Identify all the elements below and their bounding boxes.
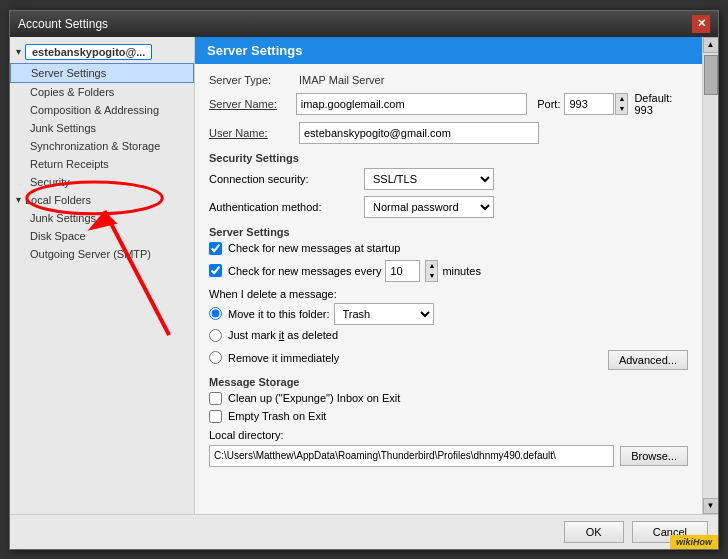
user-name-label: User Name:	[209, 127, 299, 139]
account-triangle: ▾	[16, 46, 21, 57]
window-title: Account Settings	[18, 17, 108, 31]
sidebar-item-composition-addressing[interactable]: Composition & Addressing	[10, 101, 194, 119]
sidebar: ▾ estebanskypogito@... Server Settings C…	[10, 37, 195, 514]
browse-button[interactable]: Browse...	[620, 446, 688, 466]
auth-method-row: Authentication method: Normal password	[209, 196, 688, 218]
check-every-checkbox[interactable]	[209, 264, 222, 277]
move-to-folder-label: Move it to this folder:	[228, 308, 330, 320]
clean-up-checkbox[interactable]	[209, 392, 222, 405]
scrollbar[interactable]: ▲ ▼	[702, 37, 718, 514]
sidebar-item-security[interactable]: Security	[10, 173, 194, 191]
just-mark-row: Just mark it as deleted	[209, 329, 688, 342]
empty-trash-label: Empty Trash on Exit	[228, 410, 326, 422]
account-label[interactable]: estebanskypogito@...	[25, 44, 152, 60]
check-startup-checkbox[interactable]	[209, 242, 222, 255]
check-startup-label: Check for new messages at startup	[228, 242, 400, 254]
title-bar: Account Settings ✕	[10, 11, 718, 37]
minutes-up-arrow[interactable]: ▲	[426, 261, 437, 271]
just-mark-label: Just mark it as deleted	[228, 329, 338, 341]
auth-method-select[interactable]: Normal password	[364, 196, 494, 218]
main-content: Server Settings Server Type: IMAP Mail S…	[195, 37, 702, 514]
server-settings-title: Server Settings	[209, 226, 688, 238]
port-group: Port: ▲ ▼ Default: 993	[537, 92, 688, 116]
default-label: Default: 993	[634, 92, 688, 116]
port-spinner[interactable]: ▲ ▼	[615, 93, 628, 115]
scroll-down-arrow[interactable]: ▼	[703, 498, 719, 514]
port-label: Port:	[537, 98, 560, 110]
clean-up-row: Clean up ("Expunge") Inbox on Exit	[209, 392, 688, 405]
move-to-folder-row: Move it to this folder: Trash	[209, 303, 688, 325]
minutes-down-arrow[interactable]: ▼	[426, 271, 437, 281]
move-to-folder-radio[interactable]	[209, 307, 222, 320]
check-every-label: Check for new messages every	[228, 265, 381, 277]
user-name-input[interactable]	[299, 122, 539, 144]
server-type-row: Server Type: IMAP Mail Server	[209, 74, 688, 86]
server-name-input[interactable]	[296, 93, 528, 115]
server-name-row: Server Name: Port: ▲ ▼ Default: 993	[209, 92, 688, 116]
sidebar-item-return-receipts[interactable]: Return Receipts	[10, 155, 194, 173]
auth-method-label: Authentication method:	[209, 201, 364, 213]
sidebar-item-local-junk[interactable]: Junk Settings	[10, 209, 194, 227]
minutes-spinner[interactable]: ▲ ▼	[425, 260, 438, 282]
port-input[interactable]	[564, 93, 614, 115]
message-storage-title: Message Storage	[209, 376, 688, 388]
sidebar-item-disk-space[interactable]: Disk Space	[10, 227, 194, 245]
wikihow-badge: wikiHow	[670, 535, 718, 549]
minutes-input[interactable]	[385, 260, 420, 282]
port-up-arrow[interactable]: ▲	[616, 94, 627, 104]
sidebar-item-outgoing-smtp[interactable]: Outgoing Server (SMTP)	[10, 245, 194, 263]
minutes-label: minutes	[442, 265, 481, 277]
local-directory-row: Browse...	[209, 445, 688, 467]
check-every-row: Check for new messages every ▲ ▼ minutes	[209, 260, 688, 282]
connection-security-select[interactable]: SSL/TLS	[364, 168, 494, 190]
sidebar-group-local-folders[interactable]: ▾ Local Folders	[10, 191, 194, 209]
ok-button[interactable]: OK	[564, 521, 624, 543]
account-settings-window: Account Settings ✕ ▾ estebanskypogito@..…	[9, 10, 719, 550]
sidebar-item-junk-settings[interactable]: Junk Settings	[10, 119, 194, 137]
clean-up-label: Clean up ("Expunge") Inbox on Exit	[228, 392, 400, 404]
when-delete-label: When I delete a message:	[209, 288, 688, 300]
trash-select[interactable]: Trash	[334, 303, 434, 325]
sidebar-item-sync-storage[interactable]: Synchronization & Storage	[10, 137, 194, 155]
sidebar-account[interactable]: ▾ estebanskypogito@...	[10, 41, 194, 63]
window-body: ▾ estebanskypogito@... Server Settings C…	[10, 37, 718, 514]
empty-trash-checkbox[interactable]	[209, 410, 222, 423]
section-header: Server Settings	[195, 37, 702, 64]
connection-security-row: Connection security: SSL/TLS	[209, 168, 688, 190]
just-mark-radio[interactable]	[209, 329, 222, 342]
check-startup-row: Check for new messages at startup	[209, 242, 688, 255]
footer: OK Cancel wikiHow	[10, 514, 718, 549]
content-area: Server Type: IMAP Mail Server Server Nam…	[195, 64, 702, 514]
local-directory-input[interactable]	[209, 445, 614, 467]
server-type-label: Server Type:	[209, 74, 299, 86]
local-folders-triangle: ▾	[16, 194, 21, 205]
sidebar-item-server-settings[interactable]: Server Settings	[10, 63, 194, 83]
empty-trash-row: Empty Trash on Exit	[209, 410, 688, 423]
close-button[interactable]: ✕	[692, 15, 710, 33]
remove-immediately-label: Remove it immediately	[228, 352, 339, 364]
sidebar-item-copies-folders[interactable]: Copies & Folders	[10, 83, 194, 101]
server-type-value: IMAP Mail Server	[299, 74, 384, 86]
connection-security-label: Connection security:	[209, 173, 364, 185]
security-settings-title: Security Settings	[209, 152, 688, 164]
scroll-up-arrow[interactable]: ▲	[703, 37, 719, 53]
remove-immediately-row: Remove it immediately Advanced...	[209, 346, 688, 370]
advanced-button[interactable]: Advanced...	[608, 350, 688, 370]
local-directory-label: Local directory:	[209, 429, 688, 441]
remove-immediately-radio[interactable]	[209, 351, 222, 364]
scroll-thumb[interactable]	[704, 55, 718, 95]
port-down-arrow[interactable]: ▼	[616, 104, 627, 114]
server-name-label: Server Name:	[209, 98, 296, 110]
user-name-row: User Name:	[209, 122, 688, 144]
